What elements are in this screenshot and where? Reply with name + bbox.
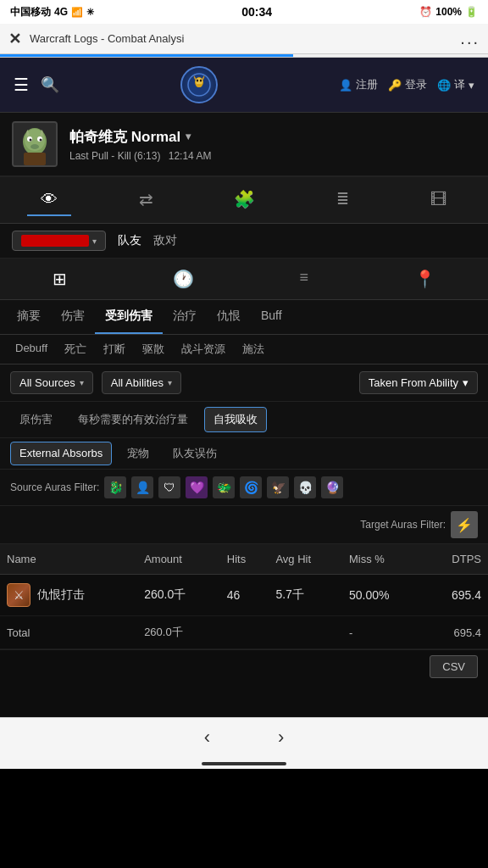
browser-more-button[interactable]: ... bbox=[460, 29, 480, 48]
main-nav-tabs: 摘要 伤害 受到伤害 治疗 仇恨 Buff bbox=[0, 300, 488, 335]
table-row[interactable]: ⚔ 仇恨打击 260.0千 46 5.7千 50.00% 695.4 bbox=[0, 575, 488, 616]
top-nav: ☰ 🔍 👤 注册 🔑 登录 🌐 译 ▾ bbox=[0, 58, 488, 113]
tab-healing[interactable]: 治疗 bbox=[163, 300, 207, 334]
search-icon[interactable]: 🔍 bbox=[41, 75, 59, 94]
aura-icon-3[interactable]: 💜 bbox=[186, 476, 208, 498]
source-filter-dropdown[interactable]: All Sources ▾ bbox=[10, 371, 93, 394]
aura-icon-7[interactable]: 💀 bbox=[294, 476, 316, 498]
cell-miss: 50.00% bbox=[342, 575, 423, 616]
aura-icon-5[interactable]: 🌀 bbox=[240, 476, 262, 498]
register-button[interactable]: 👤 注册 bbox=[339, 77, 378, 92]
carrier-label: 中国移动 bbox=[10, 5, 51, 19]
player-dropdown-icon: ▾ bbox=[92, 236, 97, 246]
tab-threat[interactable]: 仇恨 bbox=[207, 300, 251, 334]
sub-tab-clock[interactable]: 🕐 bbox=[161, 265, 206, 292]
sub-tab-dispel[interactable]: 驱散 bbox=[134, 335, 173, 364]
pill-pets[interactable]: 宠物 bbox=[119, 442, 158, 465]
tab-overview[interactable]: 👁 bbox=[27, 184, 71, 216]
boss-time-label: 12:14 AM bbox=[169, 150, 212, 162]
aura-icon-2[interactable]: 🛡 bbox=[158, 476, 180, 498]
boss-dropdown-icon[interactable]: ▾ bbox=[186, 131, 191, 142]
total-label: Total bbox=[0, 616, 137, 649]
browser-title: Warcraft Logs - Combat Analysi bbox=[30, 32, 452, 45]
aura-icon-0[interactable]: 🐉 bbox=[104, 476, 126, 498]
csv-button[interactable]: CSV bbox=[430, 655, 478, 678]
aura-icon-1[interactable]: 👤 bbox=[131, 476, 153, 498]
name-cell: ⚔ 仇恨打击 bbox=[7, 583, 130, 607]
sub-tab-resource[interactable]: 战斗资源 bbox=[173, 335, 234, 364]
svg-point-4 bbox=[200, 80, 202, 82]
tab-filter-list[interactable]: ≣ bbox=[323, 184, 363, 216]
browser-forward-button[interactable]: › bbox=[278, 726, 284, 748]
wifi-icon: ✳ bbox=[86, 7, 94, 18]
tab-film[interactable]: 🎞 bbox=[417, 184, 461, 216]
icon-tabs-row: 👁 ⇄ 🧩 ≣ 🎞 bbox=[0, 177, 488, 224]
pill-ehps[interactable]: 每秒需要的有效治疗量 bbox=[69, 407, 197, 432]
taken-from-arrow-icon: ▾ bbox=[463, 376, 469, 389]
col-miss: Miss % bbox=[342, 544, 423, 575]
target-aura-label: Target Auras Filter: bbox=[360, 519, 446, 531]
sub-icon-tabs: ⊞ 🕐 ≡ 📍 bbox=[0, 259, 488, 300]
abilities-filter-dropdown[interactable]: All Abilities ▾ bbox=[102, 371, 181, 394]
language-button[interactable]: 🌐 译 ▾ bbox=[437, 77, 474, 92]
sub-tab-pin[interactable]: 📍 bbox=[402, 265, 447, 292]
svg-point-11 bbox=[30, 139, 32, 142]
col-avghit: Avg Hit bbox=[269, 544, 342, 575]
svg-point-3 bbox=[197, 80, 198, 82]
pill-friendly-fire[interactable]: 队友误伤 bbox=[164, 442, 225, 465]
site-logo[interactable] bbox=[180, 66, 218, 103]
tab-teammates[interactable]: 队友 bbox=[118, 233, 141, 248]
tab-replay[interactable]: ⇄ bbox=[125, 184, 167, 216]
browser-back-button[interactable]: ‹ bbox=[204, 726, 210, 748]
tab-summary[interactable]: 摘要 bbox=[7, 300, 51, 334]
alliance-logo-svg bbox=[187, 73, 211, 97]
table-total-row: Total 260.0千 - 695.4 bbox=[0, 616, 488, 649]
login-button[interactable]: 🔑 登录 bbox=[388, 77, 427, 92]
total-dtps: 695.4 bbox=[423, 616, 488, 649]
bottom-browser-nav: ‹ › bbox=[0, 717, 488, 757]
browser-bar: ✕ Warcraft Logs - Combat Analysi ... bbox=[0, 24, 488, 54]
pill-external-absorbs[interactable]: External Absorbs bbox=[10, 442, 112, 465]
battery-icon: 🔋 bbox=[465, 6, 478, 18]
filter-row: All Sources ▾ All Abilities ▾ Taken From… bbox=[0, 364, 488, 402]
target-aura-row: Target Auras Filter: ⚡ bbox=[0, 506, 488, 544]
tab-damage[interactable]: 伤害 bbox=[51, 300, 95, 334]
total-miss: - bbox=[342, 616, 423, 649]
tab-puzzle[interactable]: 🧩 bbox=[220, 184, 269, 216]
player-tabs: 队友 敌对 bbox=[118, 233, 177, 248]
taken-from-dropdown[interactable]: Taken From Ability ▾ bbox=[359, 371, 478, 394]
boss-avatar-svg bbox=[14, 123, 56, 165]
boss-section: 帕奇维克 Normal ▾ Last Pull - Kill (6:13) 12… bbox=[0, 113, 488, 177]
sub-tab-list[interactable]: ≡ bbox=[288, 265, 321, 292]
translate-icon: 🌐 bbox=[437, 79, 451, 92]
sub-tab-death[interactable]: 死亡 bbox=[56, 335, 95, 364]
taken-from-label: Taken From Ability bbox=[369, 376, 458, 389]
boss-name-label: 帕奇维克 Normal bbox=[69, 127, 180, 147]
status-time: 00:34 bbox=[241, 5, 272, 19]
sub-tab-grid[interactable]: ⊞ bbox=[41, 265, 79, 292]
boss-name-row: 帕奇维克 Normal ▾ bbox=[69, 127, 476, 147]
player-selector[interactable]: ▾ bbox=[12, 231, 106, 251]
col-hits: Hits bbox=[220, 544, 269, 575]
aura-icon-6[interactable]: 🦅 bbox=[267, 476, 289, 498]
source-aura-row: Source Auras Filter: 🐉 👤 🛡 💜 🐲 🌀 🦅 💀 🔮 bbox=[0, 470, 488, 506]
damage-table: Name Amount Hits Avg Hit Miss % DTPS ⚔ 仇… bbox=[0, 544, 488, 649]
hamburger-icon[interactable]: ☰ bbox=[14, 75, 29, 95]
aura-icon-8[interactable]: 🔮 bbox=[321, 476, 343, 498]
pill-self-absorb[interactable]: 自我吸收 bbox=[204, 407, 267, 432]
tab-damage-taken[interactable]: 受到伤害 bbox=[95, 300, 163, 334]
col-name: Name bbox=[0, 544, 137, 575]
player-filter-row: ▾ 队友 敌对 bbox=[0, 224, 488, 259]
boss-sub-info: Last Pull - Kill (6:13) 12:14 AM bbox=[69, 150, 476, 162]
browser-close-button[interactable]: ✕ bbox=[8, 30, 21, 48]
tab-enemies[interactable]: 敌对 bbox=[153, 233, 177, 248]
tab-buff[interactable]: Buff bbox=[251, 300, 292, 334]
sub-tab-cast[interactable]: 施法 bbox=[234, 335, 273, 364]
aura-icon-4[interactable]: 🐲 bbox=[213, 476, 235, 498]
status-left: 中国移动 4G 📶 ✳ bbox=[10, 5, 94, 19]
cell-dtps: 695.4 bbox=[423, 575, 488, 616]
pill-raw-damage[interactable]: 原伤害 bbox=[10, 407, 62, 432]
sub-tab-interrupt[interactable]: 打断 bbox=[95, 335, 134, 364]
target-aura-icon[interactable]: ⚡ bbox=[451, 511, 478, 538]
sub-tab-debuff[interactable]: Debuff bbox=[7, 335, 56, 364]
